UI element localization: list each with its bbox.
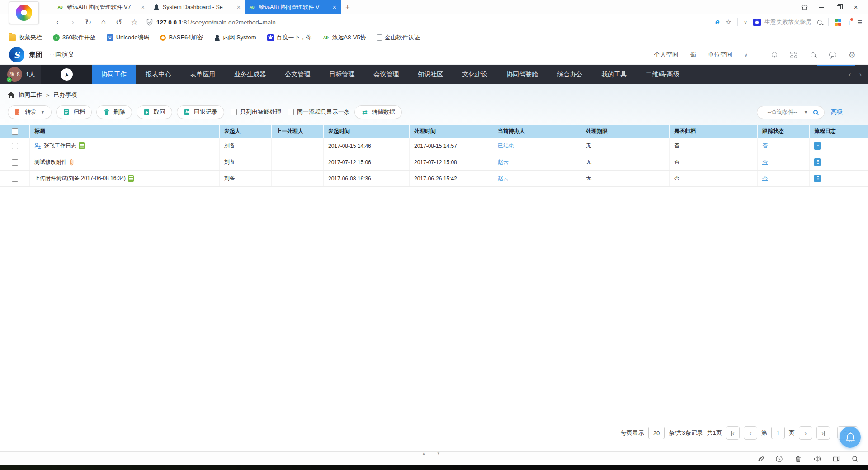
bookmark-item[interactable]: 百度一下，你 [267, 33, 312, 42]
tab-close-icon[interactable]: × [333, 4, 336, 10]
nav-item[interactable]: 二维码-高级... [636, 65, 694, 84]
row-checkbox[interactable] [12, 143, 18, 149]
unit-space-link[interactable]: 单位空间 [707, 45, 733, 64]
nav-scroll-left-icon[interactable]: ‹ [849, 71, 851, 79]
personal-space-link[interactable]: 个人空间 [653, 45, 679, 64]
current-handler-link[interactable]: 赵云 [498, 175, 509, 182]
table-row[interactable]: 张飞工作日志 刘备 2017-08-15 14:46 2017-08-15 14… [0, 138, 868, 154]
bookmark-item[interactable]: 内网 System [214, 33, 256, 42]
title-cell[interactable]: 上传附件测试(刘备 2017-06-08 16:34) [29, 171, 219, 186]
quick-search-box[interactable]: 生意失败放火烧房 [753, 18, 811, 26]
browser-logo[interactable] [9, 1, 39, 24]
browser-tab[interactable]: A8· 致远A8+协同管理软件 V7 × [53, 0, 149, 14]
nav-launcher[interactable]: ▲ [41, 65, 92, 84]
skin-button[interactable] [796, 0, 813, 14]
forward-icon[interactable]: › [66, 16, 80, 28]
nav-item[interactable]: 报表中心 [136, 65, 180, 84]
forward-button[interactable]: 转发 ▼ [8, 105, 52, 119]
bookmark-item[interactable]: A8· 致远A8-V5协 [323, 33, 366, 42]
nav-item[interactable]: 公文管理 [275, 65, 320, 84]
header-search-icon[interactable] [809, 51, 817, 59]
location-pin-icon[interactable] [770, 51, 778, 59]
dropdown-chevron-icon[interactable]: ∨ [744, 19, 747, 25]
last-page-button[interactable]: › [816, 426, 830, 440]
column-header[interactable]: 流程日志 [809, 125, 862, 138]
smart-only-checkbox[interactable]: 只列出智能处理 [231, 108, 281, 116]
close-button[interactable]: × [847, 0, 864, 14]
breadcrumb-section[interactable]: 协同工作 [19, 91, 42, 99]
checkbox-icon[interactable] [231, 109, 237, 115]
tab-close-icon[interactable]: × [141, 4, 145, 10]
rollback-log-button[interactable]: 回退记录 [177, 105, 224, 119]
split-window-icon[interactable] [832, 455, 840, 463]
nav-item[interactable]: 会议管理 [364, 65, 408, 84]
nav-item[interactable]: 目标管理 [320, 65, 364, 84]
column-header[interactable]: 处理时间 [409, 125, 493, 138]
flow-log-icon[interactable] [814, 142, 821, 150]
column-header[interactable]: 当前待办人 [493, 125, 581, 138]
user-avatar[interactable]: 张飞✓ [7, 67, 22, 82]
delete-button[interactable]: 删除 [96, 105, 132, 119]
track-status-link[interactable]: 否 [762, 142, 768, 150]
nav-item[interactable]: 文化建设 [453, 65, 497, 84]
row-title[interactable]: 张飞工作日志 [44, 142, 76, 150]
column-header[interactable]: 发起时间 [323, 125, 409, 138]
favorite-star-icon[interactable]: ☆ [127, 16, 141, 28]
column-header[interactable]: 上一处理人 [271, 125, 323, 138]
browser-tab[interactable]: A8· 致远A8+协同管理软件 V × [245, 0, 341, 14]
current-handler-link[interactable]: 已结束 [498, 142, 514, 150]
collapse-up-icon[interactable]: ▴ [423, 451, 425, 456]
checkbox-icon[interactable] [288, 109, 294, 115]
browser-tab[interactable]: System Dashboard - Se × [149, 0, 245, 14]
speed-test-icon[interactable] [775, 455, 783, 463]
first-page-button[interactable]: ‹ [726, 426, 740, 440]
bookmark-item[interactable]: 收藏夹栏 [9, 33, 42, 42]
page-search-icon[interactable] [851, 455, 859, 463]
next-page-button[interactable]: › [799, 426, 812, 440]
prev-page-button[interactable]: ‹ [744, 426, 757, 440]
message-bubble-icon[interactable] [828, 51, 837, 59]
restore-button[interactable] [830, 0, 847, 14]
nav-item[interactable]: 协同工作 [92, 65, 136, 84]
home-icon[interactable] [8, 92, 14, 98]
download-icon[interactable]: ↓ [847, 19, 852, 25]
note-icon[interactable] [128, 175, 134, 182]
track-status-link[interactable]: 否 [762, 175, 768, 182]
flow-log-icon[interactable] [814, 175, 821, 182]
notification-fab[interactable] [840, 427, 861, 448]
app-grid-icon[interactable] [789, 51, 798, 59]
advanced-search-link[interactable]: 高级 [831, 108, 843, 116]
settings-gear-icon[interactable]: ⚙ [848, 51, 856, 59]
row-checkbox[interactable] [12, 159, 18, 166]
note-icon[interactable] [79, 142, 85, 149]
table-row[interactable]: 测试修改附件 刘备 2017-07-12 15:06 2017-07-12 15… [0, 154, 868, 171]
archive-button[interactable]: 归档 [56, 105, 92, 119]
flow-log-icon[interactable] [814, 158, 821, 166]
one-per-flow-checkbox[interactable]: 同一流程只显示一条 [288, 108, 350, 116]
column-header[interactable]: 是否归档 [669, 125, 757, 138]
row-title[interactable]: 上传附件测试(刘备 2017-06-08 16:34) [34, 175, 126, 182]
bookmark-item[interactable]: Unicode编码 [107, 33, 150, 42]
nav-item[interactable]: 综合办公 [547, 65, 592, 84]
nav-item[interactable]: 我的工具 [592, 65, 636, 84]
back-icon[interactable]: ‹ [51, 16, 64, 28]
title-cell[interactable]: 张飞工作日志 [29, 138, 219, 154]
paperclip-icon[interactable] [69, 159, 74, 166]
space-chevron-icon[interactable]: ∨ [744, 52, 748, 58]
bookmark-star-icon[interactable]: ☆ [725, 18, 731, 26]
tab-close-icon[interactable]: × [237, 4, 241, 10]
column-header[interactable]: 跟踪状态 [757, 125, 809, 138]
statusbar-collapse-handle[interactable]: ▴ ▾ [423, 451, 439, 456]
column-header[interactable]: 发起人 [219, 125, 271, 138]
nav-item[interactable]: 业务生成器 [225, 65, 275, 84]
bookmark-item[interactable]: BASE64加密 [160, 33, 203, 42]
row-title[interactable]: 测试修改附件 [34, 158, 67, 166]
nav-item[interactable]: 知识社区 [408, 65, 453, 84]
nav-user-area[interactable]: 张飞✓ 1人 [0, 65, 41, 84]
cleaner-trash-icon[interactable] [794, 455, 802, 463]
page-number-input[interactable]: 1 [771, 427, 785, 439]
retrieve-button[interactable]: 取回 [137, 105, 172, 119]
home-icon[interactable]: ⌂ [97, 16, 110, 28]
bookmark-item[interactable]: 360软件开放 [53, 33, 96, 42]
query-search-icon[interactable] [813, 110, 818, 114]
